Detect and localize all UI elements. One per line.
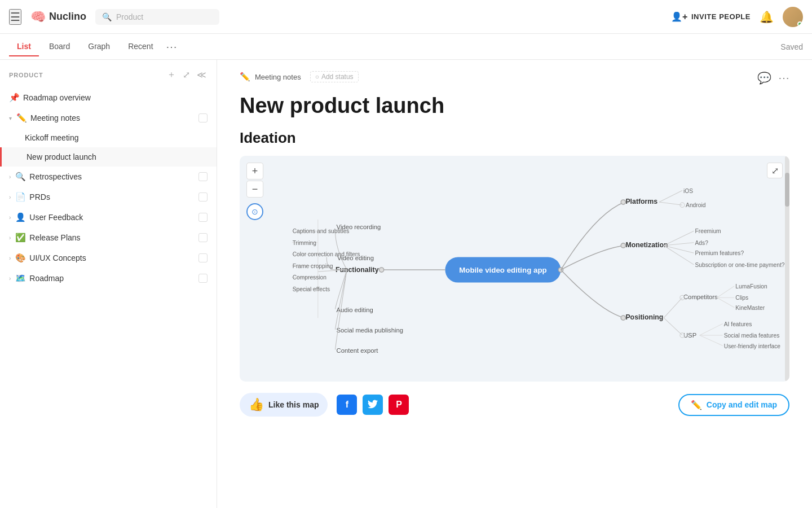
sidebar-item-meeting-notes[interactable]: ▾ ✏️ Meeting notes [0, 108, 217, 128]
twitter-icon [368, 399, 378, 411]
facebook-share-button[interactable]: f [337, 395, 357, 415]
thumbs-up-icon: 👍 [249, 397, 264, 412]
pin-icon: 📌 [9, 93, 20, 103]
breadcrumb-icon: ✏️ [240, 72, 250, 82]
mindmap-svg: Mobile video editing app Functionality V… [240, 156, 789, 382]
sidebar-item-label: PRDs [29, 192, 50, 202]
sidebar-checkbox[interactable] [198, 213, 208, 222]
sidebar-expand-button[interactable]: ⤢ [182, 68, 191, 82]
tabbar: List Board Graph Recent ⋯ Saved [0, 34, 812, 60]
sidebar-item-retrospectives[interactable]: › 🔍 Retrospectives [0, 167, 217, 187]
sidebar-checkbox[interactable] [198, 274, 208, 283]
copy-edit-button[interactable]: ✏️ Copy and edit map [678, 394, 789, 416]
sidebar-item-label: Meeting notes [30, 113, 80, 122]
menu-button[interactable]: ☰ [9, 9, 21, 25]
logo-text: Nuclino [49, 11, 86, 23]
more-options-button[interactable]: ⋯ [778, 71, 789, 85]
sidebar-add-button[interactable]: ＋ [166, 68, 177, 82]
sidebar-item-label: Release Plans [29, 233, 80, 242]
svg-text:Clips: Clips [735, 295, 748, 301]
sidebar-checkbox[interactable] [198, 192, 208, 202]
sidebar-item-label: Retrospectives [29, 172, 82, 181]
twitter-share-button[interactable] [363, 395, 383, 415]
svg-text:Compression: Compression [293, 274, 327, 281]
svg-text:Android: Android [686, 202, 706, 208]
invite-people-icon: 👤+ [671, 11, 688, 22]
sidebar-item-roadmap-overview[interactable]: 📌 Roadmap overview [0, 87, 217, 108]
svg-text:Premium features?: Premium features? [695, 250, 744, 256]
check-icon: ✅ [15, 233, 26, 243]
sidebar-item-release-plans[interactable]: › ✅ Release Plans [0, 227, 217, 248]
sidebar-header: PRODUCT ＋ ⤢ ≪ [0, 60, 217, 87]
svg-text:Positioning: Positioning [625, 313, 663, 321]
copy-edit-label: Copy and edit map [707, 400, 777, 409]
social-icons: f P [337, 395, 409, 415]
mindmap-expand-button[interactable]: ⤢ [767, 163, 783, 178]
sidebar-item-kickoff-meeting[interactable]: Kickoff meeting [0, 128, 217, 147]
pencil-icon: ✏️ [16, 113, 27, 123]
pencil-icon: ✏️ [691, 400, 702, 410]
sidebar-item-user-feedback[interactable]: › 👤 User Feedback [0, 207, 217, 227]
mindmap-zoom-in[interactable]: + [246, 163, 263, 179]
logo: 🧠 Nuclino [30, 10, 86, 24]
sidebar-checkbox[interactable] [198, 113, 208, 122]
sidebar-item-label: Roadmap overview [23, 93, 91, 102]
content-header-icons: 💬 ⋯ [757, 71, 789, 85]
sidebar-collapse-button[interactable]: ≪ [196, 68, 208, 82]
mindmap-container: + − ⊙ ⤢ Mobile video editing app Functi [240, 156, 789, 382]
like-button[interactable]: 👍 Like this map [240, 393, 328, 417]
tab-graph[interactable]: Graph [80, 37, 118, 56]
svg-text:Subscription or one-time payme: Subscription or one-time payment? [695, 262, 785, 268]
svg-text:AI features: AI features [724, 321, 752, 327]
mindmap-zoom-out[interactable]: − [246, 181, 263, 198]
svg-text:KineMaster: KineMaster [735, 305, 765, 311]
svg-text:Platforms: Platforms [625, 198, 657, 205]
svg-text:Content export: Content export [337, 347, 379, 354]
saved-label: Saved [780, 42, 803, 51]
tab-board[interactable]: Board [41, 37, 78, 56]
social-bar: 👍 Like this map f P ✏️ Copy and edit m [240, 384, 789, 426]
comments-button[interactable]: 💬 [757, 71, 771, 85]
svg-text:Social media features: Social media features [724, 332, 780, 339]
sidebar-checkbox[interactable] [198, 253, 208, 262]
sidebar-item-prds[interactable]: › 📄 PRDs [0, 187, 217, 207]
tab-recent[interactable]: Recent [120, 37, 161, 56]
sidebar-checkbox[interactable] [198, 233, 208, 242]
svg-text:iOS: iOS [683, 188, 693, 194]
sidebar-item-new-product-launch[interactable]: New product launch [0, 147, 217, 167]
sidebar-subitem-label: Kickoff meeting [25, 133, 78, 142]
sidebar-item-ui-ux-concepts[interactable]: › 🎨 UI/UX Concepts [0, 248, 217, 268]
avatar[interactable] [783, 7, 803, 27]
svg-text:Social media publishing: Social media publishing [337, 327, 403, 334]
section-title: Ideation [240, 129, 789, 147]
breadcrumb-label[interactable]: Meeting notes [255, 73, 301, 81]
map-icon: 🗺️ [15, 273, 26, 283]
tab-list[interactable]: List [9, 37, 39, 56]
svg-text:Trimming: Trimming [293, 240, 317, 246]
add-status-button[interactable]: ○ Add status [310, 71, 359, 82]
sidebar-item-roadmap[interactable]: › 🗺️ Roadmap [0, 268, 217, 288]
expand-arrow-icon: › [9, 255, 11, 261]
notifications-button[interactable]: 🔔 [760, 10, 774, 24]
sidebar: PRODUCT ＋ ⤢ ≪ 📌 Roadmap overview ▾ ✏️ Me… [0, 60, 217, 508]
pinterest-share-button[interactable]: P [389, 395, 409, 415]
sidebar-subitem-label: New product launch [27, 152, 96, 161]
svg-point-17 [621, 200, 625, 204]
invite-button[interactable]: 👤+ INVITE PEOPLE [671, 11, 751, 22]
svg-text:Competitors: Competitors [683, 294, 718, 300]
search-icon: 🔍 [102, 12, 112, 21]
search-bar[interactable]: 🔍 Product [95, 9, 219, 25]
sidebar-item-label: User Feedback [29, 213, 83, 222]
svg-text:Audio editing: Audio editing [337, 306, 373, 313]
page-title: New product launch [240, 94, 789, 118]
sidebar-checkbox[interactable] [198, 172, 208, 181]
svg-text:LumaFusion: LumaFusion [735, 283, 767, 290]
mindmap-center-button[interactable]: ⊙ [246, 203, 263, 220]
svg-text:Freemium: Freemium [695, 228, 721, 234]
topnav: ☰ 🧠 Nuclino 🔍 Product 👤+ INVITE PEOPLE 🔔 [0, 0, 812, 34]
invite-label: INVITE PEOPLE [691, 12, 751, 21]
content-area: 💬 ⋯ ✏️ Meeting notes ○ Add status New pr… [217, 60, 812, 508]
document-icon: 📄 [15, 192, 26, 202]
mindmap-controls: + − ⊙ [246, 163, 263, 220]
tab-more-button[interactable]: ⋯ [164, 38, 179, 56]
